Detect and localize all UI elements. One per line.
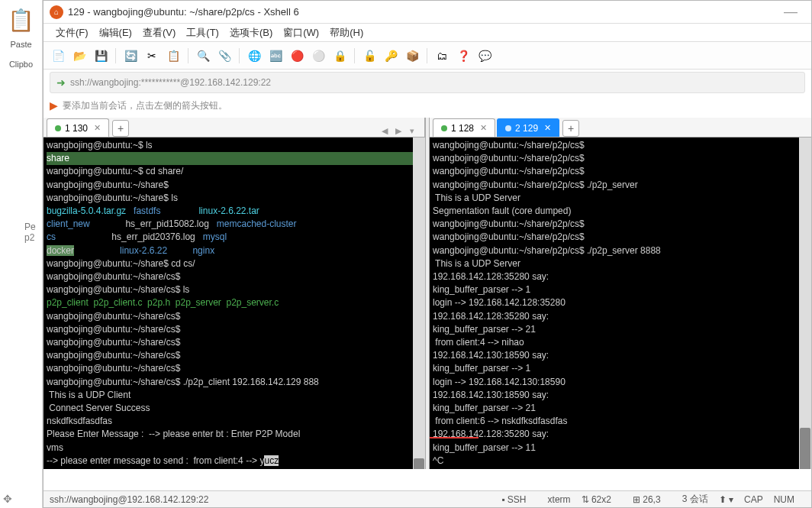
terminal-left[interactable]: wangbojing@ubuntu:~$ lssharewangbojing@u… <box>44 138 425 469</box>
toolbar-button[interactable]: 💬 <box>476 47 493 64</box>
status-ssh: ssh://wangbojing@192.168.142.129:22 <box>50 494 208 505</box>
tab-nav-left: ◀▶▾ <box>379 125 421 137</box>
titlebar: ⌂ 129 - wangbojing@ubuntu: ~/share/p2p/c… <box>44 1 811 24</box>
tab-label: 1 128 <box>451 123 474 134</box>
paste-panel: 📋 Paste Clipbo <box>0 0 43 508</box>
close-icon[interactable]: ✕ <box>94 123 101 133</box>
menubar: 文件(F) 编辑(E) 查看(V) 工具(T) 选项卡(B) 窗口(W) 帮助(… <box>44 24 811 42</box>
pane-container: 1 130✕ + ◀▶▾ wangbojing@ubuntu:~$ lsshar… <box>44 118 811 469</box>
window-title: 129 - wangbojing@ubuntu: ~/share/p2p/cs … <box>68 6 776 18</box>
address-text: ssh://wangbojing:***********@192.168.142… <box>70 77 271 88</box>
scrollbar[interactable] <box>799 138 811 469</box>
terminal-right[interactable]: wangbojing@ubuntu:~/share/p2p/cs$wangboj… <box>430 138 811 469</box>
toolbar-button[interactable]: 🔑 <box>382 47 399 64</box>
toolbar-button[interactable]: ❓ <box>455 47 472 64</box>
flag-icon: ▶ <box>50 99 58 112</box>
paste-label[interactable]: Paste <box>0 40 42 49</box>
scrollbar[interactable] <box>413 138 425 469</box>
toolbar-button[interactable]: 🔴 <box>288 47 305 64</box>
tab-next-icon[interactable]: ▶ <box>392 125 404 137</box>
menu-view[interactable]: 查看(V) <box>138 24 180 41</box>
toolbar: 📄📂💾🔄✂📋🔍📎🌐🔤🔴⚪🔒🔓🔑📦🗂❓💬 <box>44 42 811 70</box>
toolbar-button[interactable]: 📄 <box>50 47 66 64</box>
add-tab-button[interactable]: + <box>562 120 579 137</box>
right-pane-wrap: 1 128✕ 2 129✕ + wangbojing@ubuntu:~/shar… <box>430 118 811 469</box>
toolbar-button[interactable]: ✂ <box>143 47 160 64</box>
clipboard-label: Clipbo <box>0 60 42 69</box>
toolbar-button[interactable]: 🔍 <box>195 47 211 64</box>
status-dot-icon <box>505 125 511 131</box>
menu-file[interactable]: 文件(F) <box>51 24 93 41</box>
close-icon[interactable]: ✕ <box>480 123 487 133</box>
tabstrip-left: 1 130✕ + ◀▶▾ <box>44 118 425 138</box>
background-text: Pe p2 <box>24 222 36 243</box>
status-pos: ⊞ 26,3 <box>633 494 672 505</box>
toolbar-button[interactable]: 🔓 <box>361 47 378 64</box>
tab-menu-icon[interactable]: ▾ <box>406 125 418 137</box>
minimize-button[interactable]: — <box>776 4 805 20</box>
toolbar-button[interactable]: 🔒 <box>331 47 348 64</box>
menu-help[interactable]: 帮助(H) <box>325 24 368 41</box>
move-icon: ✥ <box>3 493 12 505</box>
address-bar[interactable]: ➜ ssh://wangbojing:***********@192.168.1… <box>50 72 805 93</box>
xshell-window: ⌂ 129 - wangbojing@ubuntu: ~/share/p2p/c… <box>43 0 812 508</box>
left-pane-wrap: 1 130✕ + ◀▶▾ wangbojing@ubuntu:~$ lsshar… <box>44 118 425 469</box>
hint-bar: ▶ 要添加当前会话，点击左侧的箭头按钮。 <box>50 95 805 115</box>
toolbar-button[interactable]: 📋 <box>165 47 182 64</box>
menu-window[interactable]: 窗口(W) <box>279 24 324 41</box>
status-proto: ▪ SSH <box>501 494 536 505</box>
scroll-thumb[interactable] <box>414 458 424 469</box>
status-cap: CAP <box>744 494 763 505</box>
toolbar-button[interactable]: 📎 <box>216 47 233 64</box>
arrow-icon[interactable]: ➜ <box>56 76 66 89</box>
toolbar-button[interactable]: 🔄 <box>122 47 139 64</box>
add-tab-button[interactable]: + <box>112 120 129 137</box>
status-dot-icon <box>441 125 447 131</box>
status-num: NUM <box>774 494 794 505</box>
hint-text: 要添加当前会话，点击左侧的箭头按钮。 <box>63 99 227 112</box>
tab-128[interactable]: 1 128✕ <box>433 118 495 137</box>
status-sessions: 3 会话 <box>682 493 708 506</box>
status-pin[interactable]: ⬆ ▾ <box>719 494 733 505</box>
menu-tabs[interactable]: 选项卡(B) <box>225 24 277 41</box>
status-dot-icon <box>55 125 61 131</box>
toolbar-button[interactable]: 📂 <box>71 47 88 64</box>
tab-prev-icon[interactable]: ◀ <box>379 125 391 137</box>
tab-label: 1 130 <box>65 123 88 134</box>
tabstrip-right: 1 128✕ 2 129✕ + <box>430 118 811 138</box>
scroll-thumb[interactable] <box>800 428 810 469</box>
close-icon[interactable]: ✕ <box>544 123 551 133</box>
app-icon: ⌂ <box>50 5 63 19</box>
status-term: xterm <box>548 494 571 505</box>
toolbar-button[interactable]: 🔤 <box>267 47 284 64</box>
toolbar-button[interactable]: 📦 <box>404 47 420 64</box>
menu-tools[interactable]: 工具(T) <box>182 24 224 41</box>
tab-129[interactable]: 2 129✕ <box>497 118 559 137</box>
toolbar-button[interactable]: 🗂 <box>433 47 450 64</box>
status-size: ⇅ 62x2 <box>582 494 622 505</box>
statusbar: ssh://wangbojing@192.168.142.129:22 ▪ SS… <box>44 490 811 507</box>
menu-edit[interactable]: 编辑(E) <box>95 24 137 41</box>
toolbar-button[interactable]: ⚪ <box>310 47 327 64</box>
tab-label: 2 129 <box>515 123 538 134</box>
toolbar-button[interactable]: 💾 <box>92 47 109 64</box>
annotation-mark <box>430 428 478 438</box>
toolbar-button[interactable]: 🌐 <box>246 47 263 64</box>
clipboard-icon: 📋 <box>8 5 34 35</box>
tab-130[interactable]: 1 130✕ <box>47 118 109 137</box>
